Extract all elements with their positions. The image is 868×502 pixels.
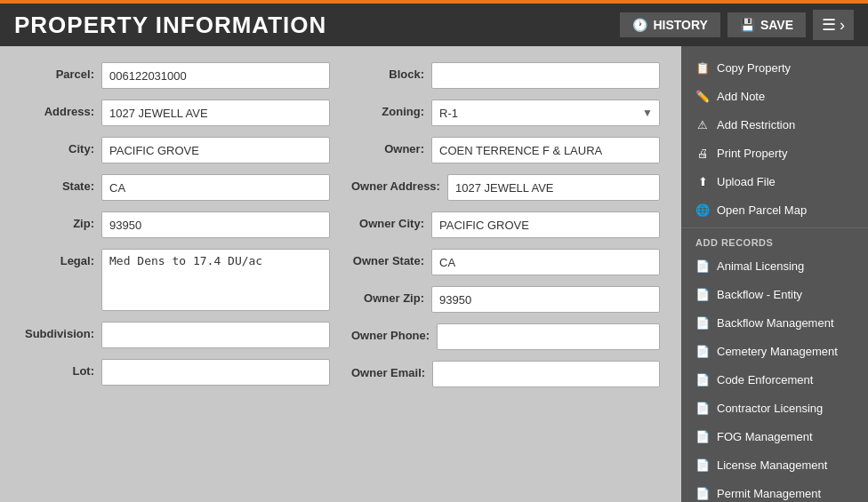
- sidebar: 📋 Copy Property ✏️ Add Note ⚠ Add Restri…: [681, 46, 868, 502]
- owner-email-row: Owner Email:: [351, 361, 660, 387]
- sidebar-item-open-parcel-map[interactable]: 🌐 Open Parcel Map: [681, 195, 868, 224]
- history-icon: 🕐: [632, 18, 647, 32]
- document-icon-animal: 📄: [695, 259, 710, 273]
- form-columns: Parcel: Address: City: State: Zip:: [21, 62, 660, 398]
- save-icon: 💾: [740, 18, 755, 32]
- block-row: Block:: [351, 62, 660, 89]
- owner-zip-label: Owner Zip:: [351, 286, 431, 305]
- owner-email-label: Owner Email:: [351, 361, 432, 379]
- header-actions: 🕐 HISTORY 💾 SAVE ☰ ›: [620, 10, 854, 40]
- sidebar-item-upload-file[interactable]: ⬆ Upload File: [681, 167, 868, 195]
- owner-phone-label: Owner Phone:: [351, 323, 437, 342]
- owner-state-input[interactable]: [431, 249, 660, 275]
- zip-input[interactable]: [101, 211, 330, 238]
- sidebar-item-permit-management[interactable]: 📄 Permit Management: [681, 479, 868, 502]
- parcel-row: Parcel:: [21, 62, 330, 89]
- lot-label: Lot:: [21, 359, 101, 378]
- menu-icon: ☰: [822, 15, 836, 35]
- block-input[interactable]: [431, 62, 660, 89]
- owner-zip-row: Owner Zip:: [351, 286, 660, 313]
- zoning-select[interactable]: R-1 R-2 R-3 C-1 C-2: [431, 100, 660, 126]
- zoning-select-wrapper: R-1 R-2 R-3 C-1 C-2 ▼: [431, 100, 660, 126]
- sidebar-item-add-restriction[interactable]: ⚠ Add Restriction: [681, 110, 868, 139]
- save-button[interactable]: 💾 SAVE: [727, 12, 806, 37]
- print-icon: 🖨: [695, 146, 710, 160]
- sidebar-item-backflow-entity[interactable]: 📄 Backflow - Entity: [681, 280, 868, 308]
- lot-row: Lot:: [21, 359, 330, 386]
- form-area: Parcel: Address: City: State: Zip:: [0, 46, 681, 502]
- sidebar-item-print-property[interactable]: 🖨 Print Property: [681, 139, 868, 167]
- city-row: City:: [21, 137, 330, 163]
- sidebar-item-backflow-management[interactable]: 📄 Backflow Management: [681, 308, 868, 337]
- sidebar-item-copy-property[interactable]: 📋 Copy Property: [681, 53, 868, 82]
- owner-phone-input[interactable]: [437, 323, 660, 350]
- owner-email-input[interactable]: [432, 361, 660, 387]
- zoning-row: Zoning: R-1 R-2 R-3 C-1 C-2 ▼: [351, 100, 660, 126]
- parcel-label: Parcel:: [21, 62, 101, 81]
- owner-state-row: Owner State:: [351, 249, 660, 275]
- legal-row: Legal: Med Dens to 17.4 DU/ac: [21, 249, 330, 311]
- owner-city-input[interactable]: [431, 211, 660, 238]
- main-layout: Parcel: Address: City: State: Zip:: [0, 46, 868, 502]
- document-icon-fog: 📄: [695, 429, 710, 443]
- legal-input[interactable]: Med Dens to 17.4 DU/ac: [101, 249, 330, 311]
- address-row: Address:: [21, 100, 330, 126]
- note-icon: ✏️: [695, 89, 710, 103]
- copy-icon: 📋: [695, 60, 710, 75]
- subdivision-row: Subdivision:: [21, 322, 330, 348]
- owner-city-row: Owner City:: [351, 211, 660, 238]
- owner-address-label: Owner Address:: [351, 174, 447, 193]
- sidebar-divider: [681, 227, 868, 228]
- menu-button[interactable]: ☰ ›: [813, 10, 854, 40]
- document-icon-cemetery: 📄: [695, 344, 710, 358]
- city-label: City:: [21, 137, 101, 155]
- owner-address-row: Owner Address:: [351, 174, 660, 201]
- map-icon: 🌐: [695, 203, 710, 217]
- lot-input[interactable]: [101, 359, 330, 386]
- owner-label: Owner:: [351, 137, 431, 155]
- right-column: Block: Zoning: R-1 R-2 R-3 C-1 C-2 ▼: [351, 62, 660, 398]
- document-icon-contractor: 📄: [695, 401, 710, 415]
- document-icon-backflow-mgmt: 📄: [695, 315, 710, 330]
- sidebar-item-cemetery-management[interactable]: 📄 Cemetery Management: [681, 337, 868, 365]
- owner-address-input[interactable]: [447, 174, 660, 201]
- subdivision-label: Subdivision:: [21, 322, 101, 340]
- document-icon-license: 📄: [695, 458, 710, 472]
- owner-row: Owner:: [351, 137, 660, 163]
- page-title: PROPERTY INFORMATION: [14, 12, 326, 39]
- owner-city-label: Owner City:: [351, 211, 431, 230]
- document-icon-code: 📄: [695, 372, 710, 386]
- parcel-input[interactable]: [101, 62, 330, 89]
- zip-label: Zip:: [21, 211, 101, 230]
- left-column: Parcel: Address: City: State: Zip:: [21, 62, 330, 398]
- owner-zip-input[interactable]: [431, 286, 660, 313]
- header: PROPERTY INFORMATION 🕐 HISTORY 💾 SAVE ☰ …: [0, 0, 868, 46]
- owner-input[interactable]: [431, 137, 660, 163]
- zoning-label: Zoning:: [351, 100, 431, 118]
- sidebar-item-fog-management[interactable]: 📄 FOG Management: [681, 422, 868, 450]
- document-icon-backflow-entity: 📄: [695, 287, 710, 301]
- history-button[interactable]: 🕐 HISTORY: [620, 12, 719, 37]
- chevron-icon: ›: [840, 16, 845, 35]
- owner-state-label: Owner State:: [351, 249, 431, 267]
- address-label: Address:: [21, 100, 101, 118]
- state-input[interactable]: [101, 174, 330, 201]
- add-records-label: ADD RECORDS: [681, 232, 868, 251]
- city-input[interactable]: [101, 137, 330, 163]
- upload-icon: ⬆: [695, 174, 710, 188]
- sidebar-item-add-note[interactable]: ✏️ Add Note: [681, 82, 868, 110]
- sidebar-item-contractor-licensing[interactable]: 📄 Contractor Licensing: [681, 394, 868, 422]
- state-row: State:: [21, 174, 330, 201]
- sidebar-item-animal-licensing[interactable]: 📄 Animal Licensing: [681, 251, 868, 280]
- address-input[interactable]: [101, 100, 330, 126]
- state-label: State:: [21, 174, 101, 193]
- legal-label: Legal:: [21, 249, 101, 267]
- document-icon-permit: 📄: [695, 486, 710, 500]
- block-label: Block:: [351, 62, 431, 81]
- sidebar-item-license-management[interactable]: 📄 License Management: [681, 450, 868, 479]
- owner-phone-row: Owner Phone:: [351, 323, 660, 350]
- zip-row: Zip:: [21, 211, 330, 238]
- restriction-icon: ⚠: [695, 117, 710, 131]
- sidebar-item-code-enforcement[interactable]: 📄 Code Enforcement: [681, 365, 868, 394]
- subdivision-input[interactable]: [101, 322, 330, 348]
